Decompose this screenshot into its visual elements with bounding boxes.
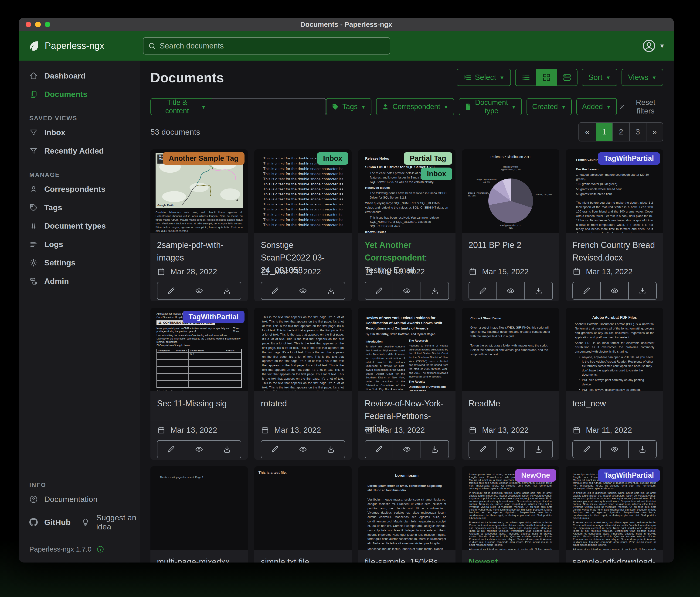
document-title[interactable]: test_new bbox=[566, 391, 663, 421]
document-title[interactable]: ReadMe bbox=[462, 391, 559, 421]
document-card[interactable]: This is a multi page document. Page 1.mu… bbox=[150, 466, 248, 563]
document-card[interactable]: InboxThis is a test for the double space… bbox=[254, 149, 352, 301]
view-document-button[interactable] bbox=[289, 440, 317, 458]
document-card[interactable]: Patient BP Distribution 2011Normal, 150,… bbox=[462, 149, 559, 301]
correspondent-link[interactable]: Newest Correspondent bbox=[469, 557, 529, 563]
filter-correspondent-button[interactable]: Correspondent▼ bbox=[376, 98, 454, 115]
sidebar-item-inbox[interactable]: Inbox bbox=[19, 123, 140, 142]
download-document-button[interactable] bbox=[421, 440, 449, 458]
document-card[interactable]: Contact Sheet DemoGiven a set of image f… bbox=[462, 308, 559, 460]
document-card[interactable]: Lorem ipsumLorem ipsum dolor sit amet, c… bbox=[358, 466, 455, 563]
download-document-button[interactable] bbox=[524, 282, 552, 300]
pagination-prev-button[interactable]: « bbox=[579, 123, 596, 141]
views-button[interactable]: Views ▼ bbox=[622, 69, 663, 86]
pagination-next-button[interactable]: » bbox=[646, 123, 663, 141]
document-card[interactable]: NewOneLorem ipsum dolor sit amet, consec… bbox=[462, 466, 559, 563]
correspondent-link[interactable]: Yet Another Correspondent bbox=[365, 240, 425, 262]
sidebar-item-dashboard[interactable]: Dashboard bbox=[19, 67, 140, 85]
filter-document-type-button[interactable]: Document type▼ bbox=[459, 98, 522, 115]
zoom-button[interactable] bbox=[45, 22, 50, 27]
minimize-button[interactable] bbox=[35, 22, 41, 27]
download-document-button[interactable] bbox=[213, 440, 241, 458]
sidebar-item-document-types[interactable]: Document types bbox=[19, 217, 140, 235]
document-title[interactable]: Yet Another Correspondent: Testing Email bbox=[358, 233, 455, 262]
document-title[interactable]: Review-of-New-York-Federal-Petitions-art… bbox=[358, 391, 455, 421]
filter-added-button[interactable]: Added▼ bbox=[576, 98, 617, 115]
document-card[interactable]: TagWithPartialLorem ipsum dolor sit amet… bbox=[566, 466, 663, 563]
edit-document-button[interactable] bbox=[261, 282, 289, 300]
pagination-page-3[interactable]: 3 bbox=[629, 123, 646, 141]
view-document-button[interactable] bbox=[185, 440, 213, 458]
sidebar-item-github[interactable]: GitHub bbox=[19, 513, 71, 531]
view-document-button[interactable] bbox=[600, 440, 628, 458]
edit-document-button[interactable] bbox=[365, 282, 393, 300]
sidebar-item-logs[interactable]: Logs bbox=[19, 235, 140, 254]
tag-badge[interactable]: NewOne bbox=[515, 469, 556, 482]
tag-badge[interactable]: Inbox bbox=[317, 152, 348, 165]
document-card[interactable]: Review of New York Federal Petitions for… bbox=[358, 308, 455, 460]
sidebar-item-documents[interactable]: Documents bbox=[19, 85, 140, 103]
view-document-button[interactable] bbox=[289, 282, 317, 300]
download-document-button[interactable] bbox=[317, 282, 345, 300]
download-document-button[interactable] bbox=[524, 440, 552, 458]
edit-document-button[interactable] bbox=[157, 440, 185, 458]
tag-badge[interactable]: TagWithPartial bbox=[598, 152, 660, 165]
document-title[interactable]: file-sample_150kBs bbox=[358, 550, 455, 563]
global-search[interactable] bbox=[143, 37, 390, 54]
download-document-button[interactable] bbox=[628, 282, 656, 300]
view-document-button[interactable] bbox=[393, 440, 421, 458]
pagination-page-2[interactable]: 2 bbox=[612, 123, 629, 141]
document-card[interactable]: TagWithPartialApplication for Medical St… bbox=[150, 308, 248, 460]
document-title[interactable]: Sec 11-Missing sig bbox=[150, 391, 248, 421]
document-title[interactable]: Newest Correspondent: f_combineds bbox=[462, 550, 559, 563]
document-card[interactable]: This is the text that appears on the fir… bbox=[254, 308, 352, 460]
document-title[interactable]: sample-pdf-download-10-mb-longer-title bbox=[566, 550, 663, 563]
view-grid-button[interactable] bbox=[536, 69, 556, 86]
sidebar-item-admin[interactable]: Admin bbox=[19, 272, 140, 290]
view-detail-button[interactable] bbox=[556, 69, 577, 86]
document-title[interactable]: multi-page-mixedxx bbox=[150, 550, 248, 563]
filter-created-button[interactable]: Created▼ bbox=[526, 98, 572, 115]
tag-badge[interactable]: Partial Tag bbox=[404, 152, 452, 165]
view-document-button[interactable] bbox=[497, 282, 524, 300]
document-title[interactable]: simple txt file bbox=[254, 550, 352, 563]
app-brand[interactable]: Paperless-ngx bbox=[27, 40, 104, 52]
document-title[interactable]: Sonstige ScanPC2022 03-24_081058 bbox=[254, 233, 352, 262]
user-menu[interactable]: ▼ bbox=[642, 39, 665, 53]
document-title[interactable]: 2sample-pdf-with-images bbox=[150, 233, 248, 262]
edit-document-button[interactable] bbox=[469, 440, 497, 458]
sidebar-item-suggest-idea[interactable]: Suggest an idea bbox=[71, 508, 140, 536]
tag-badge[interactable]: Another Sample Tag bbox=[163, 152, 245, 165]
view-document-button[interactable] bbox=[497, 440, 524, 458]
select-button[interactable]: Select ▼ bbox=[457, 69, 511, 86]
download-document-button[interactable] bbox=[317, 440, 345, 458]
document-card[interactable]: Another Sample TagBoundary Waters TripGo… bbox=[150, 149, 248, 301]
tag-badge[interactable]: TagWithPartial bbox=[182, 311, 245, 323]
reset-filters-button[interactable]: Reset filters bbox=[619, 98, 663, 115]
filter-field-button[interactable]: Title & content ▼ bbox=[150, 98, 212, 115]
document-card[interactable]: Partial TagInboxRelease NotesSimba ODBC … bbox=[358, 149, 455, 301]
document-card[interactable]: This is a test file.simple txt file bbox=[254, 466, 352, 563]
document-card[interactable]: TagWithPartialFrench Country BreadFor th… bbox=[566, 149, 663, 301]
view-document-button[interactable] bbox=[185, 282, 213, 300]
edit-document-button[interactable] bbox=[261, 440, 289, 458]
view-table-button[interactable] bbox=[516, 69, 536, 86]
edit-document-button[interactable] bbox=[469, 282, 497, 300]
filter-query-input[interactable] bbox=[212, 98, 326, 115]
view-document-button[interactable] bbox=[600, 282, 628, 300]
search-input[interactable] bbox=[160, 42, 385, 50]
document-title[interactable]: French Country Bread Revised.docx bbox=[566, 233, 663, 262]
document-card[interactable]: Adobe Acrobat PDF FilesAdobe® Portable D… bbox=[566, 308, 663, 460]
tag-badge[interactable]: TagWithPartial bbox=[598, 469, 660, 482]
filter-tags-button[interactable]: Tags▼ bbox=[326, 98, 371, 115]
edit-document-button[interactable] bbox=[573, 440, 600, 458]
sidebar-item-correspondents[interactable]: Correspondents bbox=[19, 180, 140, 198]
tag-badge[interactable]: Inbox bbox=[421, 168, 452, 180]
view-document-button[interactable] bbox=[393, 282, 421, 300]
info-icon[interactable] bbox=[97, 546, 104, 553]
sidebar-item-recently-added[interactable]: Recently Added bbox=[19, 142, 140, 160]
pagination-page-1[interactable]: 1 bbox=[596, 123, 612, 141]
edit-document-button[interactable] bbox=[365, 440, 393, 458]
sidebar-item-tags[interactable]: Tags bbox=[19, 198, 140, 217]
sidebar-item-settings[interactable]: Settings bbox=[19, 254, 140, 272]
